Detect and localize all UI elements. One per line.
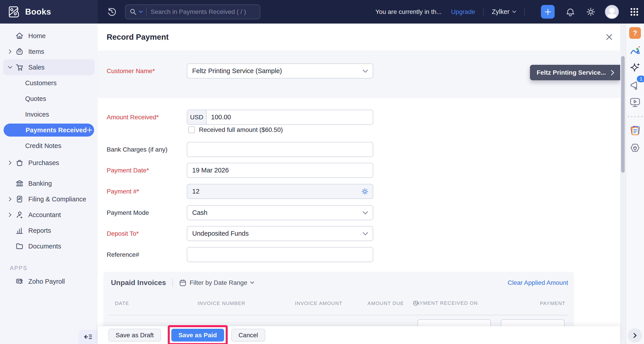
filing-doc-icon (15, 195, 24, 204)
sidebar-item-invoices[interactable]: Invoices (3, 107, 94, 122)
close-icon[interactable] (605, 33, 614, 41)
full-amount-label: Received full amount ($60.50) (199, 126, 283, 133)
col-payment: PAYMENT (540, 301, 566, 306)
bank-charges-input[interactable] (187, 142, 373, 157)
vertical-scrollbar[interactable] (620, 23, 626, 344)
zia-assistant-icon[interactable] (629, 45, 641, 56)
sidebar-item-banking[interactable]: Banking (3, 175, 94, 191)
amount-received-label: Amount Received* (107, 114, 187, 121)
org-name: Zylker (492, 8, 510, 15)
reports-chart-icon (15, 226, 24, 235)
amount-row: Amount Received* USD (107, 110, 373, 125)
sidebar-item-accountant[interactable]: Accountant (3, 207, 94, 223)
sidebar-item-zoho-payroll[interactable]: Zoho Payroll (3, 274, 94, 289)
accountant-person-icon (15, 210, 24, 219)
topbar-separator (483, 8, 484, 16)
upgrade-link[interactable]: Upgrade (451, 8, 475, 15)
sidebar-item-home[interactable]: Home (3, 28, 94, 44)
collapse-rail-chevron-button[interactable] (628, 328, 642, 343)
org-switcher[interactable]: Zylker (492, 8, 516, 15)
chevron-down-icon (362, 69, 368, 73)
footer-action-bar: Save as Draft Save as Paid Cancel (98, 326, 620, 344)
whats-new-icon[interactable] (629, 125, 641, 137)
search-divider (146, 8, 147, 16)
unpaid-invoices-title: Unpaid Invoices (111, 279, 166, 287)
amount-input[interactable] (206, 110, 373, 124)
topbar-separator-2 (524, 8, 525, 16)
sidebar: Home Items Sales (0, 23, 98, 344)
save-as-draft-button[interactable]: Save as Draft (108, 329, 161, 342)
cancel-button[interactable]: Cancel (231, 329, 265, 342)
payment-row-input[interactable] (501, 319, 564, 326)
search-input[interactable] (151, 8, 256, 15)
home-icon (15, 31, 24, 40)
trial-status-text: You are currently in th... (376, 8, 442, 15)
refresh-icon[interactable] (107, 7, 116, 16)
deposit-to-select[interactable]: Undeposited Funds (187, 226, 373, 241)
video-tutorial-icon[interactable] (629, 97, 641, 108)
payment-date-row: Payment Date* (107, 163, 373, 178)
reference-field (187, 247, 373, 262)
search-icon (130, 8, 137, 15)
collapse-sidebar-button[interactable] (78, 330, 98, 344)
payment-number-label: Payment #* (107, 188, 187, 195)
topbar-main: You are currently in th... Upgrade Zylke… (98, 0, 644, 23)
payment-mode-row: Payment Mode Cash (107, 205, 373, 220)
payment-mode-select[interactable]: Cash (187, 205, 373, 220)
rail-dots-divider (628, 114, 642, 119)
full-amount-checkbox[interactable] (188, 127, 195, 133)
sidebar-item-customers[interactable]: Customers (3, 75, 94, 91)
chevron-right-icon (7, 49, 14, 54)
app-grid-icon[interactable] (630, 7, 639, 16)
chevron-right-icon (7, 197, 14, 202)
deposit-to-label: Deposit To* (107, 230, 187, 237)
sidebar-item-reports[interactable]: Reports (3, 223, 94, 238)
announcements-badge: 1 (637, 76, 644, 82)
payment-number-input[interactable] (187, 184, 373, 198)
new-payment-plus-icon[interactable] (87, 127, 92, 133)
customer-name-label: Customer Name* (107, 67, 187, 75)
payment-number-settings-gear-icon[interactable] (361, 188, 369, 195)
customer-detail-flyout-button[interactable]: Feltz Printing Service... (530, 65, 620, 80)
announcements-megaphone-icon[interactable]: 1 (629, 79, 641, 91)
scrollbar-thumb[interactable] (621, 56, 625, 173)
unpaid-invoices-header: Unpaid Invoices Filter by Date Range Cle… (103, 272, 574, 287)
currency-code[interactable]: USD (187, 110, 206, 124)
payment-date-input[interactable] (187, 163, 373, 177)
customer-select[interactable]: Feltz Printing Service (Sample) (187, 63, 373, 78)
documents-folder-icon (15, 242, 24, 251)
clear-applied-amount-link[interactable]: Clear Applied Amount (508, 279, 568, 286)
bank-charges-field (187, 142, 373, 157)
purchases-bag-icon (15, 158, 24, 167)
form-scroll-area: Customer Name* Feltz Printing Service (S… (98, 50, 620, 326)
reference-input[interactable] (187, 248, 373, 262)
sidebar-item-payments-received[interactable]: Payments Received (4, 124, 94, 137)
sidebar-item-quotes[interactable]: Quotes (3, 91, 94, 107)
brand: Books (0, 0, 98, 23)
amount-input-group: USD (187, 110, 373, 125)
record-payment-panel: Record Payment Customer Name* Feltz Prin… (98, 23, 620, 344)
settings-gear-icon[interactable] (586, 7, 596, 16)
sidebar-item-sales[interactable]: Sales (3, 59, 94, 75)
notifications-bell-icon[interactable] (566, 7, 575, 16)
help-button[interactable]: ? (629, 27, 641, 39)
customer-row: Customer Name* Feltz Printing Service (S… (107, 63, 373, 78)
user-avatar[interactable] (605, 5, 619, 19)
payment-number-row: Payment #* (107, 184, 373, 199)
header-divider (172, 279, 173, 287)
global-search[interactable] (125, 4, 260, 19)
integrations-plug-icon[interactable] (629, 142, 641, 154)
smart-suggest-sparkle-icon[interactable] (630, 62, 641, 73)
app-title: Books (25, 7, 51, 16)
payment-received-on-row-input[interactable] (418, 319, 491, 326)
quick-create-button[interactable] (541, 5, 555, 19)
sidebar-item-credit-notes[interactable]: Credit Notes (3, 138, 94, 154)
sidebar-item-filing-compliance[interactable]: Filing & Compliance (3, 191, 94, 207)
sidebar-item-items[interactable]: Items (3, 44, 94, 59)
save-as-paid-button[interactable]: Save as Paid (171, 329, 224, 342)
search-scope-chevron-icon[interactable] (138, 10, 143, 13)
sidebar-item-documents[interactable]: Documents (3, 238, 94, 254)
filter-by-date-range[interactable]: Filter by Date Range (190, 279, 254, 286)
sidebar-item-purchases[interactable]: Purchases (3, 155, 94, 171)
payment-date-field (187, 163, 373, 178)
